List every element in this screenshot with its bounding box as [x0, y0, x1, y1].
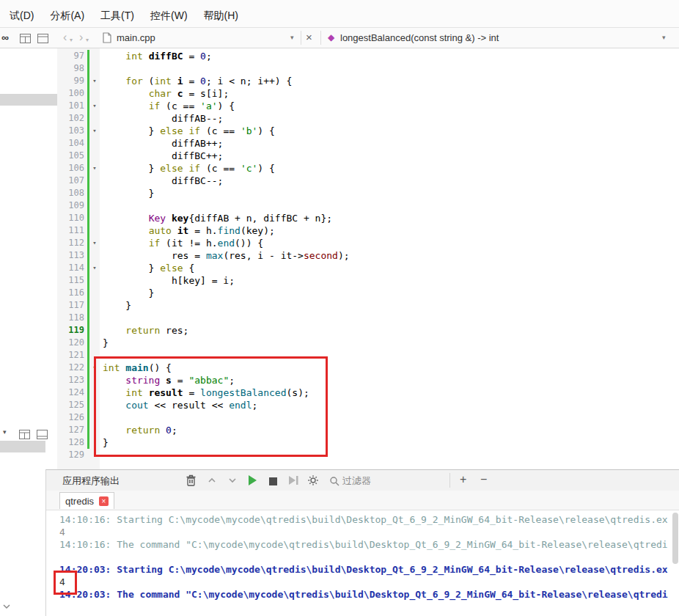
code-line[interactable]: 128}	[57, 436, 679, 449]
forward-icon[interactable]: ›	[79, 30, 83, 45]
symbol-selector[interactable]: longestBalanced(const string &) -> int	[340, 32, 499, 44]
line-number[interactable]: 121	[57, 349, 84, 362]
tab-qtredis[interactable]: qtredis ×	[59, 492, 114, 509]
fold-marker-icon[interactable]: ▾	[89, 262, 100, 274]
add-output-pane-button[interactable]: +	[460, 473, 466, 486]
code-line[interactable]: 106▾ } else if (c == 'c') {	[57, 162, 679, 175]
code-line[interactable]: 98	[57, 62, 679, 75]
line-number[interactable]: 117	[57, 299, 84, 312]
line-number[interactable]: 102	[57, 112, 84, 125]
run-icon[interactable]	[246, 474, 259, 487]
code-line[interactable]: 97 int diffBC = 0;	[57, 50, 679, 62]
line-number[interactable]: 108	[57, 187, 84, 199]
line-number[interactable]: 127	[57, 424, 84, 436]
line-number[interactable]: 99	[57, 75, 84, 87]
scroll-down-icon[interactable]	[1, 601, 12, 615]
code-line[interactable]: 119 return res;	[57, 324, 679, 337]
line-number[interactable]: 97	[57, 50, 84, 62]
close-document-button[interactable]: ×	[306, 32, 312, 43]
code-line[interactable]: 113 res = max(res, i - it->second);	[57, 249, 679, 262]
code-line[interactable]: 123 string s = "abbac";	[57, 374, 679, 386]
symbol-selector-caret-icon[interactable]: ▾	[662, 34, 666, 41]
code-line[interactable]: 112▾ if (it != h.end()) {	[57, 237, 679, 249]
code-line[interactable]: 115 h[key] = i;	[57, 274, 679, 287]
fold-marker-icon[interactable]: ▾	[89, 125, 100, 137]
scroll-up-icon[interactable]	[205, 474, 219, 487]
tab-close-icon[interactable]: ×	[99, 496, 109, 506]
line-number[interactable]: 128	[57, 436, 84, 449]
code-line[interactable]: 103▾ } else if (c == 'b') {	[57, 125, 679, 137]
fold-marker-icon[interactable]: ▾	[89, 100, 100, 112]
split-editor-icon[interactable]	[20, 33, 31, 46]
forward-history-caret-icon[interactable]: ▾	[86, 37, 89, 43]
line-number[interactable]: 122	[57, 362, 84, 374]
line-number[interactable]: 100	[57, 87, 84, 100]
line-number[interactable]: 123	[57, 374, 84, 386]
code-line[interactable]: 104 diffAB++;	[57, 137, 679, 150]
close-split-icon[interactable]	[37, 33, 48, 46]
remove-output-pane-button[interactable]: −	[480, 473, 487, 486]
code-line[interactable]: 120}	[57, 337, 679, 349]
code-line[interactable]: 101▾ if (c == 'a') {	[57, 100, 679, 112]
line-number[interactable]: 101	[57, 100, 84, 112]
code-line[interactable]: 122▾int main() {	[57, 362, 679, 374]
line-number[interactable]: 107	[57, 175, 84, 187]
code-editor[interactable]: 97 int diffBC = 0;9899▾ for (int i = 0; …	[57, 48, 679, 469]
code-line[interactable]: 114▾ } else {	[57, 262, 679, 274]
line-number[interactable]: 106	[57, 162, 84, 175]
mode-icon[interactable]: ∞	[1, 32, 9, 43]
back-history-caret-icon[interactable]: ▾	[70, 37, 73, 43]
line-number[interactable]: 115	[57, 274, 84, 287]
menu-item[interactable]: 工具(T)	[92, 8, 142, 24]
menu-item[interactable]: 控件(W)	[142, 8, 196, 24]
fold-marker-icon[interactable]: ▾	[89, 237, 100, 249]
line-number[interactable]: 111	[57, 224, 84, 237]
fold-marker-icon[interactable]: ▾	[89, 362, 100, 374]
sidebar-splitter[interactable]	[0, 94, 57, 106]
fold-marker-icon[interactable]: ▾	[89, 162, 100, 175]
code-line[interactable]: 125 cout << result << endl;	[57, 399, 679, 411]
menu-item[interactable]: 分析(A)	[42, 8, 92, 24]
code-line[interactable]: 129	[57, 449, 679, 461]
line-number[interactable]: 114	[57, 262, 84, 274]
code-line[interactable]: 117 }	[57, 299, 679, 312]
sidebar-splitter[interactable]	[0, 441, 45, 452]
code-line[interactable]: 110 Key key{diffAB + n, diffBC + n};	[57, 212, 679, 224]
stop-icon[interactable]	[266, 474, 279, 488]
line-number[interactable]: 124	[57, 386, 84, 399]
console-output[interactable]: 14:10:16: Starting C:\mycode\mycode\qtre…	[46, 510, 679, 616]
code-line[interactable]: 107 diffBC--;	[57, 175, 679, 187]
code-line[interactable]: 126	[57, 411, 679, 424]
line-number[interactable]: 110	[57, 212, 84, 224]
line-number[interactable]: 98	[57, 62, 84, 75]
code-line[interactable]: 111 auto it = h.find(key);	[57, 224, 679, 237]
line-number[interactable]: 118	[57, 312, 84, 324]
line-number[interactable]: 119	[57, 324, 84, 337]
line-number[interactable]: 129	[57, 449, 84, 461]
code-line[interactable]: 100 char c = s[i];	[57, 87, 679, 100]
code-line[interactable]: 121	[57, 349, 679, 362]
open-file-selector[interactable]: main.cpp	[117, 32, 155, 44]
settings-gear-icon[interactable]	[307, 474, 320, 487]
code-line[interactable]: 116 }	[57, 287, 679, 299]
line-number[interactable]: 125	[57, 399, 84, 411]
code-line[interactable]: 99▾ for (int i = 0; i < n; i++) {	[57, 75, 679, 87]
line-number[interactable]: 113	[57, 249, 84, 262]
rerun-icon[interactable]	[287, 474, 300, 487]
code-line[interactable]: 118	[57, 312, 679, 324]
menu-item[interactable]: 试(D)	[1, 8, 42, 24]
code-line[interactable]: 102 diffAB--;	[57, 112, 679, 125]
line-number[interactable]: 104	[57, 137, 84, 150]
file-selector-caret-icon[interactable]: ▾	[290, 34, 294, 41]
code-line[interactable]: 109	[57, 199, 679, 212]
pane-collapse-caret-icon[interactable]: ▾	[3, 428, 7, 436]
line-number[interactable]: 109	[57, 199, 84, 212]
line-number[interactable]: 116	[57, 287, 84, 299]
line-number[interactable]: 105	[57, 150, 84, 162]
code-line[interactable]: 108 }	[57, 187, 679, 199]
line-number[interactable]: 103	[57, 125, 84, 137]
fold-marker-icon[interactable]: ▾	[89, 75, 100, 87]
filter-input[interactable]: 过滤器	[342, 474, 371, 488]
line-number[interactable]: 126	[57, 411, 84, 424]
line-number[interactable]: 112	[57, 237, 84, 249]
